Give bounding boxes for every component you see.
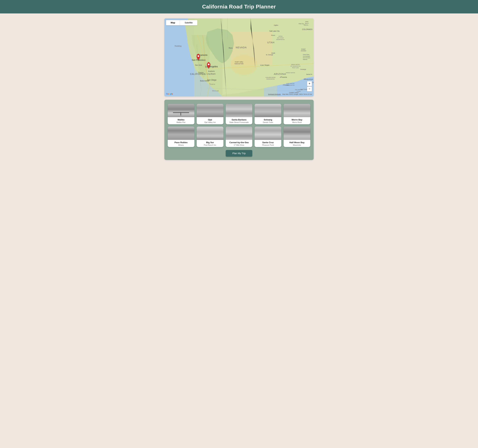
- svg-point-72: [208, 64, 209, 65]
- zoom-out-button[interactable]: −: [307, 86, 312, 91]
- card-big-sur[interactable]: Big Sur Post Ranch Inn: [197, 127, 223, 147]
- svg-text:Junction: Junction: [301, 50, 306, 51]
- svg-text:Santa Fe: Santa Fe: [306, 74, 312, 75]
- svg-text:Grand: Grand: [301, 48, 305, 50]
- svg-text:UTAH: UTAH: [267, 41, 275, 44]
- card-subtitle-big-sur: Post Ranch Inn: [198, 144, 222, 146]
- card-solvang[interactable]: Solvang Danish Town: [255, 104, 281, 124]
- card-subtitle-carmel: 17 Mile Drive: [227, 144, 252, 146]
- svg-text:Provo: Provo: [271, 34, 275, 36]
- svg-text:Los Angeles: Los Angeles: [205, 65, 218, 68]
- svg-text:National...: National...: [304, 24, 309, 26]
- card-morro-bay[interactable]: Morro Bay Morro Rock: [284, 104, 310, 124]
- svg-text:Salt Lake City: Salt Lake City: [269, 30, 280, 32]
- card-subtitle-paso-robles: Winery: [169, 144, 193, 146]
- svg-text:CALIFORNIA: CALIFORNIA: [190, 73, 206, 75]
- card-name-ojai: Ojai: [198, 118, 222, 121]
- card-name-santa-barbara: Santa Barbara: [227, 118, 252, 121]
- svg-text:UINTAH: UINTAH: [278, 36, 283, 37]
- map-tabs: Map Satellite: [166, 20, 197, 26]
- svg-text:AND OURAY: AND OURAY: [277, 37, 284, 38]
- svg-text:RESERVATION: RESERVATION: [276, 39, 284, 40]
- svg-text:Medic: Medic: [305, 21, 308, 22]
- svg-text:ARIZONA: ARIZONA: [274, 72, 286, 75]
- card-image-ojai: [197, 104, 223, 117]
- map-tab-satellite[interactable]: Satellite: [180, 20, 197, 25]
- card-subtitle-half-moon-bay: Mavericks: [285, 144, 309, 146]
- map-container: Map Satellite: [164, 19, 314, 96]
- card-image-carmel: [226, 127, 252, 140]
- svg-text:Anaheim: Anaheim: [208, 70, 215, 72]
- card-name-half-moon-bay: Half Moon Bay: [285, 141, 309, 144]
- card-image-morro-bay: [284, 104, 310, 117]
- svg-point-71: [198, 55, 199, 57]
- card-subtitle-solvang: Danish Town: [256, 121, 280, 123]
- svg-point-8: [231, 55, 257, 75]
- card-name-santa-cruz: Santa Cruz: [256, 141, 280, 144]
- map-tab-map[interactable]: Map: [166, 20, 180, 25]
- svg-text:TRUST LAND: TRUST LAND: [292, 67, 299, 68]
- main-content: Map Satellite: [164, 19, 314, 160]
- svg-text:RESERVATION: RESERVATION: [286, 85, 294, 86]
- card-name-paso-robles: Paso Robles: [169, 141, 193, 144]
- card-name-carmel: Carmel-by-the-Sea: [227, 141, 252, 144]
- svg-text:Phoenix: Phoenix: [280, 76, 287, 78]
- svg-point-35: [283, 85, 283, 85]
- google-logo: Google: [166, 93, 173, 95]
- card-santa-cruz[interactable]: Santa Cruz Pleasure Point: [255, 127, 281, 147]
- svg-text:Bow-R...: Bow-R...: [305, 23, 309, 24]
- svg-text:Las Vegas: Las Vegas: [261, 64, 270, 66]
- svg-text:OFF-RESERVATION: OFF-RESERVATION: [290, 65, 301, 67]
- card-malibu[interactable]: Malibu Malibu Pier: [168, 104, 194, 124]
- plan-trip-button[interactable]: Plan My Trip: [226, 150, 252, 157]
- card-carmel[interactable]: Carmel-by-the-Sea 17 Mile Drive: [226, 127, 252, 147]
- svg-text:St. George: St. George: [266, 54, 273, 56]
- card-image-big-sur: [197, 127, 223, 140]
- svg-text:Uncompahgre: Uncompahgre: [303, 56, 310, 57]
- zoom-in-button[interactable]: +: [307, 81, 312, 86]
- svg-text:Ciudad Juárez: Ciudad Juárez: [289, 92, 299, 93]
- map-attribution: Keyboard shortcuts Map data ©2022 Google…: [268, 93, 312, 95]
- card-name-big-sur: Big Sur: [198, 141, 222, 144]
- svg-text:And Gunnison: And Gunnison: [303, 57, 310, 58]
- card-ojai[interactable]: Ojai Ojai Valley Inn: [197, 104, 223, 124]
- card-name-solvang: Solvang: [256, 118, 280, 121]
- svg-text:NEVADA: NEVADA: [236, 46, 247, 49]
- svg-text:NAVAJO NATION: NAVAJO NATION: [291, 64, 300, 65]
- card-subtitle-santa-barbara: State Street Promenade: [227, 121, 252, 123]
- card-santa-barbara[interactable]: Santa Barbara State Street Promenade: [226, 104, 252, 124]
- card-image-solvang: [255, 104, 281, 117]
- card-image-malibu: [168, 104, 194, 117]
- svg-text:Moab: Moab: [271, 52, 275, 54]
- card-subtitle-santa-cruz: Pleasure Point: [256, 144, 280, 146]
- card-subtitle-morro-bay: Morro Rock: [285, 121, 309, 123]
- svg-text:Long Beach: Long Beach: [207, 73, 215, 75]
- card-name-malibu: Malibu: [169, 118, 193, 121]
- card-subtitle-malibu: Malibu Pier: [169, 121, 193, 123]
- app-header: California Road Trip Planner: [0, 0, 478, 13]
- card-image-santa-barbara: [226, 104, 252, 117]
- svg-text:Albuquerque: Albuquerque: [304, 78, 313, 80]
- svg-point-31: [260, 65, 261, 65]
- svg-text:Death Valley: Death Valley: [235, 61, 243, 63]
- svg-text:HUALAPAI INDIAN: HUALAPAI INDIAN: [265, 77, 276, 78]
- svg-text:NAVAJO NATION: NAVAJO NATION: [286, 72, 295, 73]
- svg-text:Ogden: Ogden: [274, 24, 278, 26]
- card-image-half-moon-bay: [284, 127, 310, 140]
- svg-point-33: [280, 77, 280, 78]
- svg-text:RESERVATION: RESERVATION: [266, 78, 275, 80]
- card-half-moon-bay[interactable]: Half Moon Bay Mavericks: [284, 127, 310, 147]
- destinations-grid: Malibu Malibu Pier Ojai Ojai Valley Inn …: [168, 104, 310, 147]
- svg-text:Tijuana: Tijuana: [209, 83, 215, 85]
- card-paso-robles[interactable]: Paso Robles Winery: [168, 127, 194, 147]
- card-name-morro-bay: Morro Bay: [285, 118, 309, 121]
- card-subtitle-ojai: Ojai Valley Inn: [198, 121, 222, 123]
- map-view[interactable]: Redding Sacramento San Francisco San Jos…: [164, 19, 314, 96]
- destinations-panel: Malibu Malibu Pier Ojai Ojai Valley Inn …: [164, 100, 314, 160]
- svg-text:San Jose: San Jose: [195, 64, 202, 66]
- card-image-santa-cruz: [255, 127, 281, 140]
- svg-text:San Diego: San Diego: [207, 79, 216, 81]
- svg-text:Redding: Redding: [175, 45, 182, 47]
- svg-text:National Park: National Park: [234, 63, 244, 64]
- card-image-paso-robles: [168, 127, 194, 140]
